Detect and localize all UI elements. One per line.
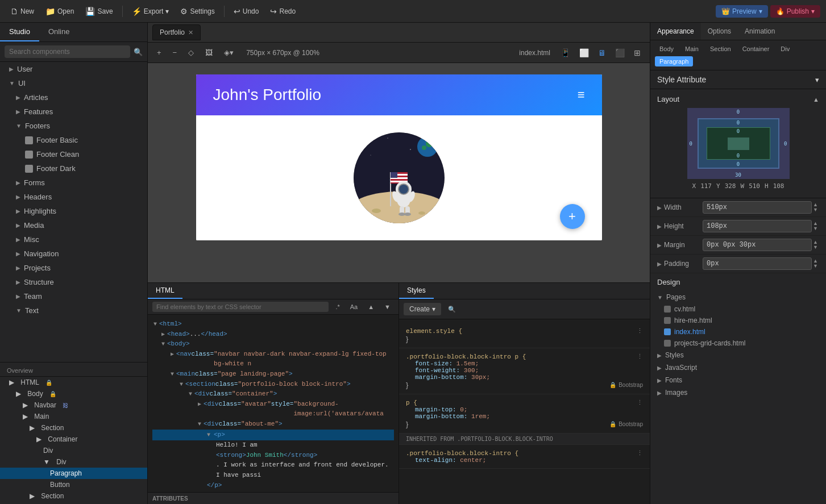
search-styles-button[interactable]: 🔍 — [445, 305, 459, 314]
tab-appearance[interactable]: Appearance — [650, 23, 701, 40]
sidebar-item-media[interactable]: ▶ Media — [0, 218, 147, 232]
design-item-images[interactable]: ▶ Images — [657, 386, 819, 399]
css-more-element[interactable]: ⋮ — [637, 327, 643, 335]
sidebar-item-highlights[interactable]: ▶ Highlights — [0, 204, 147, 218]
margin-input[interactable] — [703, 239, 812, 251]
full-view-button[interactable]: ⊞ — [630, 47, 644, 59]
sidebar-item-team[interactable]: ▶ Team — [0, 289, 147, 303]
select-tool-button[interactable]: ◇ — [185, 46, 197, 59]
section-tab-section[interactable]: Section — [705, 44, 736, 54]
tree-item-html[interactable]: ▶ HTML 🔒 — [0, 377, 147, 388]
sidebar-item-footer-dark[interactable]: Footer Dark — [0, 161, 147, 176]
mobile-view-button[interactable]: 📱 — [557, 47, 574, 59]
portfolio-tab[interactable]: Portfolio ✕ — [152, 24, 201, 40]
sidebar-item-articles[interactable]: ▶ Articles — [0, 90, 147, 105]
bottom-panels: HTML .* Aa ▲ ▼ ▼ <html> — [148, 282, 650, 504]
padding-down[interactable]: ▼ — [812, 264, 819, 269]
tree-item-container[interactable]: ▶ Container — [0, 434, 147, 445]
tree-item-navbar[interactable]: ▶ Navbar ⛓ — [0, 399, 147, 411]
layers-button[interactable]: ◈▾ — [221, 46, 237, 59]
sidebar-item-text[interactable]: ▼ Text — [0, 303, 147, 318]
tree-item-body[interactable]: ▶ Body 🔒 — [0, 388, 147, 399]
search-up[interactable]: ▲ — [364, 302, 377, 311]
svg-point-4 — [387, 138, 388, 139]
export-button[interactable]: ⚡ Export ▾ — [127, 5, 174, 18]
open-button[interactable]: 📁 Open — [41, 5, 78, 18]
hamburger-icon[interactable]: ≡ — [578, 88, 585, 102]
sidebar-item-misc[interactable]: ▶ Misc — [0, 232, 147, 247]
sidebar-item-ui[interactable]: ▼ UI — [0, 76, 147, 90]
sidebar-item-features[interactable]: ▶ Features — [0, 105, 147, 119]
sidebar-item-footer-clean[interactable]: Footer Clean — [0, 147, 147, 161]
search-down[interactable]: ▼ — [381, 302, 394, 311]
add-element-button[interactable]: + — [560, 204, 585, 229]
tree-item-div1[interactable]: Div — [0, 445, 147, 456]
desktop-view-button[interactable]: 🖥 — [595, 47, 609, 59]
layout-collapse[interactable]: ▲ — [813, 96, 819, 103]
tree-item-section2[interactable]: ▶ Section — [0, 490, 147, 502]
section-tab-div[interactable]: Div — [776, 44, 794, 54]
settings-button[interactable]: ⚙ Settings — [176, 5, 219, 18]
save-button[interactable]: 💾 Save — [81, 5, 117, 18]
tree-item-div2[interactable]: ▼ Div — [0, 456, 147, 468]
design-item-pages[interactable]: ▼ Pages — [657, 291, 819, 303]
image-tool-button[interactable]: 🖼 — [202, 46, 216, 59]
regex-toggle[interactable]: .* — [332, 302, 343, 311]
design-item-javascript[interactable]: ▶ JavaScript — [657, 361, 819, 374]
width-input[interactable] — [703, 201, 812, 214]
sidebar-item-forms[interactable]: ▶ Forms — [0, 176, 147, 190]
file-selector[interactable]: index.html — [514, 47, 555, 59]
sidebar-item-navigation[interactable]: ▶ Navigation — [0, 247, 147, 261]
undo-button[interactable]: ↩ Undo — [229, 5, 264, 18]
sidebar-item-structure[interactable]: ▶ Structure — [0, 275, 147, 289]
tab-options[interactable]: Options — [701, 23, 738, 40]
tab-animation[interactable]: Animation — [738, 23, 782, 40]
section-tab-paragraph[interactable]: Paragraph — [655, 56, 693, 66]
style-attr-expand[interactable]: ▾ — [815, 76, 819, 84]
page-projects[interactable]: projects-grid-cards.html — [664, 338, 819, 349]
zoom-out-button[interactable]: − — [169, 46, 181, 59]
sidebar-item-user[interactable]: ▶ User — [0, 62, 147, 76]
tab-studio[interactable]: Studio — [0, 23, 39, 41]
design-item-styles[interactable]: ▶ Styles — [657, 349, 819, 361]
new-button[interactable]: 🗋 New — [6, 5, 39, 18]
tree-item-button[interactable]: Button — [0, 479, 147, 490]
tablet-view-button[interactable]: ⬜ — [576, 47, 592, 59]
tab-html[interactable]: HTML — [148, 283, 182, 299]
publish-button[interactable]: 🔥 Publish ▾ — [770, 5, 820, 18]
sidebar-item-projects[interactable]: ▶ Projects — [0, 261, 147, 275]
tree-item-paragraph[interactable]: Paragraph — [0, 468, 147, 479]
page-index[interactable]: index.html — [664, 326, 819, 338]
widescreen-view-button[interactable]: ⬛ — [612, 47, 628, 59]
section-tab-container[interactable]: Container — [738, 44, 774, 54]
sidebar-item-headers[interactable]: ▶ Headers — [0, 190, 147, 204]
sidebar-item-footer-basic[interactable]: Footer Basic — [0, 133, 147, 147]
tab-styles[interactable]: Styles — [399, 283, 434, 299]
redo-button[interactable]: ↪ Redo — [265, 5, 300, 18]
create-style-button[interactable]: Create ▾ — [404, 303, 441, 315]
case-toggle[interactable]: Aa — [347, 302, 361, 311]
preview-button[interactable]: 👑 Preview ▾ — [716, 5, 768, 18]
tree-item-section[interactable]: ▶ Section — [0, 422, 147, 434]
margin-down[interactable]: ▼ — [812, 245, 819, 250]
css-more-inherited[interactable]: ⋮ — [637, 449, 643, 457]
page-cv[interactable]: cv.html — [664, 303, 819, 315]
html-search-input[interactable] — [152, 302, 329, 312]
design-item-fonts[interactable]: ▶ Fonts — [657, 374, 819, 386]
height-input[interactable] — [703, 220, 812, 232]
height-down[interactable]: ▼ — [812, 226, 819, 231]
width-down[interactable]: ▼ — [812, 207, 819, 213]
section-tab-body[interactable]: Body — [655, 44, 678, 54]
tree-item-main[interactable]: ▶ Main — [0, 411, 147, 422]
padding-input[interactable] — [703, 257, 812, 270]
search-icon[interactable]: 🔍 — [134, 48, 143, 56]
css-more-p[interactable]: ⋮ — [637, 399, 643, 406]
css-more-portfolio[interactable]: ⋮ — [637, 353, 643, 360]
section-tab-main[interactable]: Main — [680, 44, 703, 54]
search-input[interactable] — [5, 45, 130, 58]
tab-online[interactable]: Online — [39, 23, 79, 41]
close-tab-icon[interactable]: ✕ — [188, 29, 193, 36]
zoom-in-button[interactable]: + — [153, 46, 165, 59]
page-hireme[interactable]: hire-me.html — [664, 315, 819, 326]
sidebar-item-footers[interactable]: ▼ Footers — [0, 119, 147, 133]
